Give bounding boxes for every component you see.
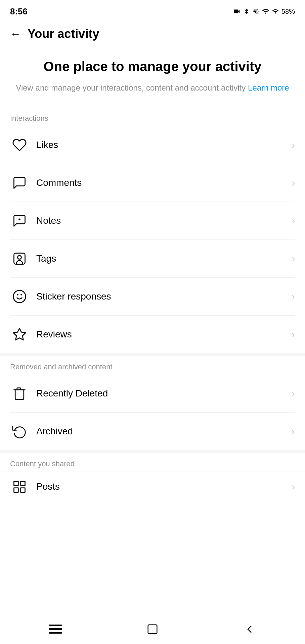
svg-rect-8 <box>21 481 25 485</box>
archived-item[interactable]: Archived › <box>0 413 305 450</box>
comments-label: Comments <box>36 177 292 188</box>
likes-icon <box>10 136 29 154</box>
svg-rect-10 <box>14 488 18 492</box>
tags-label: Tags <box>36 253 292 264</box>
comments-chevron: › <box>292 177 295 189</box>
posts-icon <box>10 477 29 495</box>
status-time: 8:56 <box>10 6 28 17</box>
tags-item[interactable]: Tags › <box>0 240 305 277</box>
recently-deleted-label: Recently Deleted <box>36 388 292 399</box>
posts-chevron: › <box>292 481 295 492</box>
svg-point-0 <box>18 219 20 221</box>
status-bar: 8:56 58% <box>0 0 305 20</box>
tags-icon <box>10 249 29 268</box>
removed-section-label: Removed and archived content <box>0 356 305 375</box>
wifi-icon <box>262 8 269 15</box>
nav-menu-button[interactable] <box>42 619 69 639</box>
comments-icon <box>10 173 29 192</box>
reviews-item[interactable]: Reviews › <box>0 316 305 353</box>
likes-chevron: › <box>292 139 295 151</box>
likes-label: Likes <box>36 140 292 150</box>
interactions-section-label: Interactions <box>0 107 305 126</box>
recently-deleted-icon <box>10 384 29 403</box>
back-button[interactable]: ← <box>10 28 21 40</box>
learn-more-link[interactable]: Learn more <box>248 83 289 92</box>
hero-description: View and manage your interactions, conte… <box>13 82 292 94</box>
svg-rect-11 <box>148 625 157 634</box>
notes-label: Notes <box>36 215 292 226</box>
recently-deleted-chevron: › <box>292 388 295 399</box>
archived-label: Archived <box>36 426 292 437</box>
sticker-responses-icon <box>10 287 29 306</box>
sticker-responses-label: Sticker responses <box>36 291 292 302</box>
comments-item[interactable]: Comments › <box>0 164 305 202</box>
page-title: Your activity <box>28 27 99 41</box>
battery-text: 58% <box>281 8 295 15</box>
reviews-chevron: › <box>292 329 295 340</box>
svg-marker-6 <box>13 328 26 340</box>
recently-deleted-item[interactable]: Recently Deleted › <box>0 375 305 412</box>
nav-home-button[interactable] <box>139 619 166 639</box>
svg-rect-1 <box>14 253 25 264</box>
reviews-label: Reviews <box>36 329 292 340</box>
camera-icon <box>233 8 241 15</box>
bottom-nav <box>0 614 305 644</box>
status-icons: 58% <box>233 8 295 15</box>
bluetooth-icon <box>243 8 250 15</box>
posts-item[interactable]: Posts › <box>0 472 305 495</box>
sticker-responses-item[interactable]: Sticker responses › <box>0 278 305 315</box>
page-header: ← Your activity <box>0 20 305 48</box>
notes-icon <box>10 211 29 230</box>
sticker-responses-chevron: › <box>292 291 295 302</box>
archived-icon <box>10 422 29 441</box>
likes-item[interactable]: Likes › <box>0 126 305 164</box>
svg-rect-7 <box>14 481 18 485</box>
tags-chevron: › <box>292 253 295 264</box>
mute-icon <box>253 8 259 15</box>
svg-rect-9 <box>21 488 25 492</box>
reviews-icon <box>10 325 29 344</box>
svg-point-2 <box>18 256 21 259</box>
svg-point-3 <box>13 290 26 303</box>
notes-item[interactable]: Notes › <box>0 202 305 239</box>
hero-section: One place to manage your activity View a… <box>0 48 305 107</box>
signal-icon <box>272 8 279 15</box>
nav-back-button[interactable] <box>236 619 263 639</box>
content-shared-section-label: Content you shared <box>0 453 305 472</box>
archived-chevron: › <box>292 426 295 437</box>
hero-title: One place to manage your activity <box>13 58 292 75</box>
notes-chevron: › <box>292 215 295 226</box>
section-divider-1 <box>0 353 305 356</box>
posts-label: Posts <box>36 481 292 492</box>
section-divider-2 <box>0 450 305 453</box>
